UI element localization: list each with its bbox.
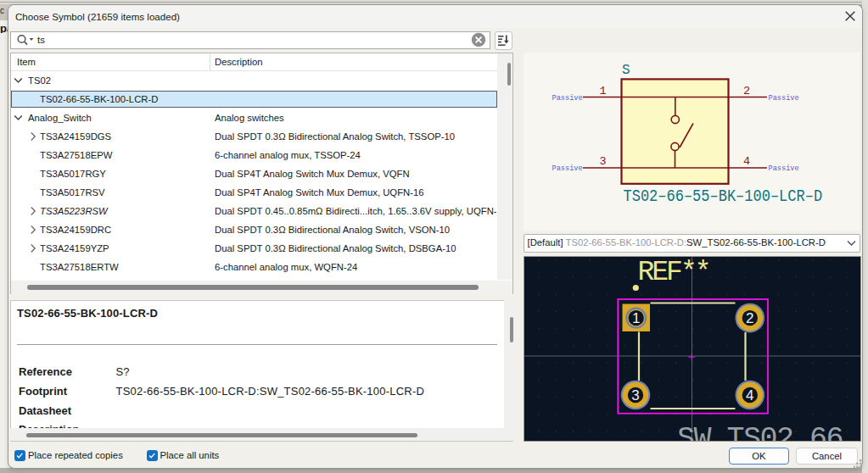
svg-text:Passive: Passive [552, 164, 583, 173]
svg-text:2: 2 [746, 310, 753, 326]
svg-text:1: 1 [599, 85, 606, 97]
svg-text:Passive: Passive [552, 94, 583, 103]
svg-text:Passive: Passive [769, 94, 799, 103]
svg-text:1: 1 [631, 310, 639, 326]
svg-text:S: S [622, 63, 630, 78]
svg-text:SW TS02 66: SW TS02 66 [677, 422, 843, 442]
svg-text:REF**: REF** [637, 257, 708, 288]
svg-text:4: 4 [746, 387, 753, 403]
svg-text:3: 3 [631, 387, 639, 403]
svg-text:Passive: Passive [769, 164, 799, 173]
svg-text:TS02–66–55–BK–100–LCR–D: TS02–66–55–BK–100–LCR–D [624, 186, 823, 205]
svg-text:4: 4 [743, 155, 750, 168]
svg-text:2: 2 [743, 85, 750, 97]
svg-text:3: 3 [599, 155, 606, 168]
